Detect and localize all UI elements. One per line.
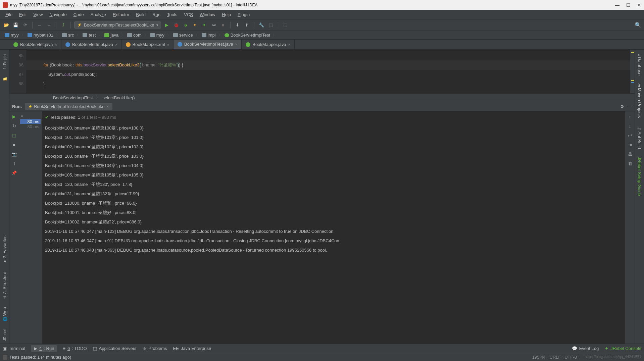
menu-code[interactable]: Code: [71, 11, 87, 18]
tool-eventlog[interactable]: 💬Event Log: [572, 346, 599, 351]
pin-icon[interactable]: 📌: [11, 170, 17, 176]
commit-icon[interactable]: ⬆: [243, 21, 251, 29]
tab-bookservletimpltest[interactable]: BookServletImplTest.java×: [174, 40, 242, 49]
crumb-method[interactable]: selectBookLike(): [103, 95, 135, 100]
up-icon[interactable]: ↑: [627, 113, 633, 119]
close-icon[interactable]: ×: [167, 43, 169, 47]
tab-bookservletimpl[interactable]: BookServletImpl.java×: [61, 40, 122, 49]
open-icon[interactable]: 📂: [3, 21, 10, 29]
jrebel-icon[interactable]: ⬚: [282, 21, 289, 29]
clear-icon[interactable]: 🗑: [627, 160, 633, 166]
close-icon[interactable]: ×: [55, 43, 57, 47]
windows-icon[interactable]: [3, 355, 7, 360]
menu-help[interactable]: Help: [219, 11, 234, 18]
crumb-service[interactable]: service: [171, 32, 195, 38]
tool-terminal[interactable]: ▣Terminal: [3, 346, 25, 351]
forward-icon[interactable]: →: [45, 21, 53, 29]
down-icon[interactable]: ↓: [627, 123, 633, 129]
encoding-info[interactable]: CRLF÷ UTF-8÷: [550, 355, 580, 360]
tool-structure[interactable]: ⫷ 7: Structure: [1, 269, 8, 302]
close-icon[interactable]: ×: [115, 43, 117, 47]
tool-jrebel-guide[interactable]: JRebel Setup Guide: [636, 154, 643, 199]
crumb-class[interactable]: BookServletImplTest: [53, 95, 93, 100]
menu-build[interactable]: Build: [133, 11, 148, 18]
crumb-impl[interactable]: impl: [200, 32, 218, 38]
menu-edit[interactable]: Edit: [16, 11, 29, 18]
search-icon[interactable]: 🔍: [635, 22, 641, 28]
tool-maven[interactable]: m Maven Projects: [636, 81, 643, 120]
save-icon[interactable]: 💾: [12, 21, 19, 29]
maximize-button[interactable]: ☐: [626, 2, 631, 8]
crumb-file[interactable]: BookServletImplTest: [222, 32, 273, 38]
menu-vcs[interactable]: VCS: [181, 11, 196, 18]
menu-window[interactable]: Window: [197, 11, 218, 18]
tool-run[interactable]: ▶4: Run: [31, 345, 57, 352]
tool-ant[interactable]: 🐜 Ant Build: [636, 123, 643, 152]
minimize-icon[interactable]: —: [628, 104, 632, 109]
update-vcs-icon[interactable]: ⬇: [234, 21, 241, 29]
editor[interactable]: 85 86 87 88 for (Book book : this.bookSe…: [9, 50, 635, 93]
toggle-auto-icon[interactable]: ⬚: [11, 132, 17, 138]
tool-javaee[interactable]: EEJava Enterprise: [173, 346, 211, 351]
tab-bookservlet[interactable]: BookServlet.java×: [9, 40, 61, 49]
run-icon[interactable]: ▶: [163, 21, 170, 29]
close-icon[interactable]: ×: [288, 43, 290, 47]
console-output[interactable]: ✔ Tests passed: 1 of 1 test – 980 ms Boo…: [42, 111, 625, 344]
crumb-java[interactable]: java: [102, 32, 120, 38]
tab-bookmapper-java[interactable]: BookMapper.java×: [242, 40, 295, 49]
tool-appservers[interactable]: ⬚Application Servers: [93, 346, 137, 351]
jrebel-debug-icon[interactable]: ✦: [201, 21, 208, 29]
dump-icon[interactable]: 📷: [11, 151, 17, 157]
menu-view[interactable]: View: [31, 11, 45, 18]
stop-icon[interactable]: ■: [219, 21, 227, 29]
back-icon[interactable]: ←: [36, 21, 43, 29]
debug-icon[interactable]: 🐞: [172, 21, 180, 29]
crumb-myy2[interactable]: myy: [148, 32, 166, 38]
project-structure-icon[interactable]: ⬚: [267, 21, 275, 29]
menu-refactor[interactable]: Refactor: [110, 11, 132, 18]
close-icon[interactable]: ×: [235, 42, 237, 46]
build-icon[interactable]: ⤴: [60, 21, 67, 29]
tool-jrebelconsole[interactable]: ✦JRebel Console: [605, 346, 641, 351]
menu-run[interactable]: Run: [150, 11, 163, 18]
settings-icon[interactable]: 🔧: [258, 21, 265, 29]
tool-favorites[interactable]: ★ 2: Favorites: [1, 233, 8, 266]
menu-tools[interactable]: Tools: [164, 11, 180, 18]
print-icon[interactable]: 🖶: [627, 151, 633, 157]
menu-plugin[interactable]: Plugin: [235, 11, 252, 18]
run-tab[interactable]: ⚡ BookServletImplTest.selectBookLike ×: [25, 103, 112, 110]
rerun-failed-icon[interactable]: ↻: [11, 123, 17, 129]
crumb-test[interactable]: test: [81, 32, 98, 38]
scroll-end-icon[interactable]: ⇥: [627, 142, 633, 148]
rerun-icon[interactable]: ▶: [11, 113, 17, 119]
tool-problems[interactable]: ⚠Problems: [143, 346, 167, 351]
tool-folder-icon[interactable]: 📁: [1, 74, 8, 84]
tool-database[interactable]: ≡ Database: [636, 51, 643, 78]
layout-icon[interactable]: ⫿: [11, 160, 17, 166]
attach-icon[interactable]: ⫘: [210, 21, 217, 29]
tool-todo[interactable]: ≡6: TODO: [63, 346, 87, 351]
menu-analyze[interactable]: Analyze: [88, 11, 109, 18]
caret-position[interactable]: 195:44: [532, 355, 546, 360]
tool-web[interactable]: 🌐 Web: [1, 304, 8, 324]
crumb-myy[interactable]: myy: [3, 32, 21, 38]
coverage-icon[interactable]: ⬗: [182, 21, 189, 29]
menu-navigate[interactable]: Navigate: [47, 11, 69, 18]
minimize-button[interactable]: —: [615, 2, 620, 8]
tool-project[interactable]: 1: Project: [1, 51, 8, 72]
refresh-icon[interactable]: ⟳: [21, 21, 29, 29]
test-tree[interactable]: » 80 ms 80 ms: [19, 111, 42, 344]
crumb-com[interactable]: com: [125, 32, 144, 38]
run-config-select[interactable]: ⚡ BookServletImplTest.selectBookLike ▾: [74, 21, 161, 29]
soft-wrap-icon[interactable]: ⮐: [627, 132, 633, 138]
settings-icon[interactable]: ⚙: [620, 104, 624, 109]
profile-icon[interactable]: ✦: [191, 21, 199, 29]
tab-bookmapper-xml[interactable]: BookMapper.xml×: [122, 40, 174, 49]
stop-icon[interactable]: ■: [11, 142, 17, 148]
menu-file[interactable]: File: [3, 11, 15, 18]
close-button[interactable]: ✕: [637, 2, 641, 8]
close-icon[interactable]: ×: [106, 104, 109, 109]
crumb-src[interactable]: src: [60, 32, 76, 38]
crumb-mybatis01[interactable]: mybatis01: [26, 32, 55, 38]
tool-jrebel[interactable]: JRebel: [1, 327, 8, 344]
